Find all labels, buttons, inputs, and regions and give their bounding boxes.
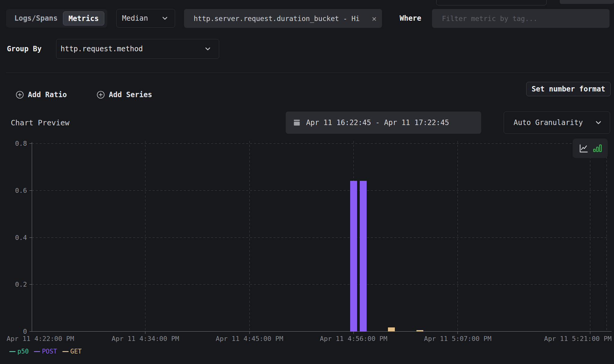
y-axis-label: 0.8 [9,140,27,147]
group-by-value: http.request.method [61,45,143,53]
gridline-v [145,141,145,331]
chevron-down-icon [161,14,169,22]
toggle-logs-spans[interactable]: Logs/Spans [6,9,66,28]
metrics-query-builder: Logs/Spans Metrics Median http.server.re… [0,0,614,364]
chart-type-toggle [573,139,608,158]
y-axis-label: 0.6 [9,186,27,194]
gridline-h [32,284,607,285]
filter-placeholder: Filter metric by tag... [442,15,538,22]
y-tick [29,190,32,191]
aggregation-select[interactable]: Median [116,9,175,28]
legend-label: GET [70,348,82,355]
chart-preview-title: Chart Preview [11,112,70,134]
set-number-format-label: Set number format [532,85,605,93]
x-tick [145,331,145,334]
group-by-label: Group By [7,39,42,59]
add-series-label: Add Series [109,91,152,99]
x-tick [458,331,458,334]
legend-dash [9,351,16,352]
bar-POST [350,181,357,331]
gridline-v [249,141,250,331]
legend-item-POST[interactable]: POST [34,348,57,355]
chevron-down-icon [204,45,212,53]
gridline-h [32,143,607,144]
time-range-picker[interactable]: Apr 11 16:22:45 - Apr 11 17:22:45 [286,112,481,134]
x-axis [32,331,612,332]
aggregation-value: Median [122,14,148,22]
add-ratio-button[interactable]: Add Ratio [16,87,67,103]
bar-GET [416,330,423,331]
legend-label: p50 [17,348,29,355]
y-axis-label: 0.4 [9,234,27,241]
x-axis-label: Apr 11 4:56:00 PM [320,335,387,342]
granularity-value: Auto Granularity [514,118,583,127]
divider [6,73,610,73]
y-tick [29,284,32,285]
legend-dash [34,351,40,352]
plus-circle-icon [16,91,24,99]
cutoff-button[interactable] [560,0,614,4]
y-axis-label: 0 [9,328,27,335]
gridline-v [590,141,590,331]
set-number-format-button[interactable]: Set number format [526,82,611,96]
time-range-value: Apr 11 16:22:45 - Apr 11 17:22:45 [306,118,449,127]
legend-dash [62,351,69,352]
x-tick [590,331,590,334]
gridline-v [458,141,458,331]
x-axis-label: Apr 11 4:34:00 PM [112,335,179,342]
plus-circle-icon [97,91,105,99]
x-axis-label: Apr 11 4:45:00 PM [216,335,283,342]
x-axis-label: Apr 11 5:07:00 PM [424,335,491,342]
bar-chart-icon[interactable] [593,144,602,153]
legend-item-p50[interactable]: p50 [9,348,29,355]
add-ratio-label: Add Ratio [28,91,67,99]
add-series-button[interactable]: Add Series [97,87,152,103]
cutoff-input[interactable] [436,0,547,5]
y-tick [29,237,32,238]
calendar-icon [293,119,301,127]
bar-GET [388,327,395,331]
metric-chip-label: http.server.request.duration_bucket - Hi [194,15,360,22]
group-by-select[interactable]: http.request.method [56,39,219,59]
close-icon[interactable]: ✕ [372,14,377,23]
x-axis-label: Apr 11 5:21:00 PM [544,335,612,342]
legend-item-GET[interactable]: GET [62,348,82,355]
y-axis-label: 0.2 [9,281,27,288]
where-label: Where [400,9,421,28]
bar-POST [360,181,367,331]
x-axis-label: Apr 11 4:22:00 PM [7,335,74,342]
line-chart-icon[interactable] [579,144,589,153]
y-tick [29,331,32,332]
source-toggle: Logs/Spans Metrics [6,9,107,28]
gridline-h [32,190,607,191]
gridline-v [607,141,607,331]
x-tick [353,331,354,334]
chart-preview: 0.80.60.40.20Apr 11 4:22:00 PMApr 11 4:3… [0,135,614,364]
legend-label: POST [42,348,57,355]
y-tick [29,143,32,144]
filter-input[interactable]: Filter metric by tag... [432,9,610,28]
granularity-select[interactable]: Auto Granularity [504,112,610,134]
chart-legend: p50POSTGET [9,348,82,355]
x-tick [249,331,250,334]
gridline-h [32,237,607,238]
chevron-down-icon [594,118,603,127]
toggle-metrics[interactable]: Metrics [63,11,104,25]
metric-chip[interactable]: http.server.request.duration_bucket - Hi… [184,9,382,28]
y-axis [32,142,32,331]
